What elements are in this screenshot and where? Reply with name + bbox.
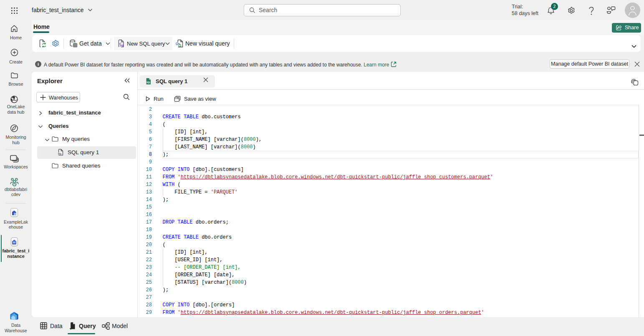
svg-text:SQL: SQL: [58, 153, 62, 155]
svg-text:ql: ql: [121, 44, 124, 47]
svg-text:SQL: SQL: [146, 81, 151, 84]
